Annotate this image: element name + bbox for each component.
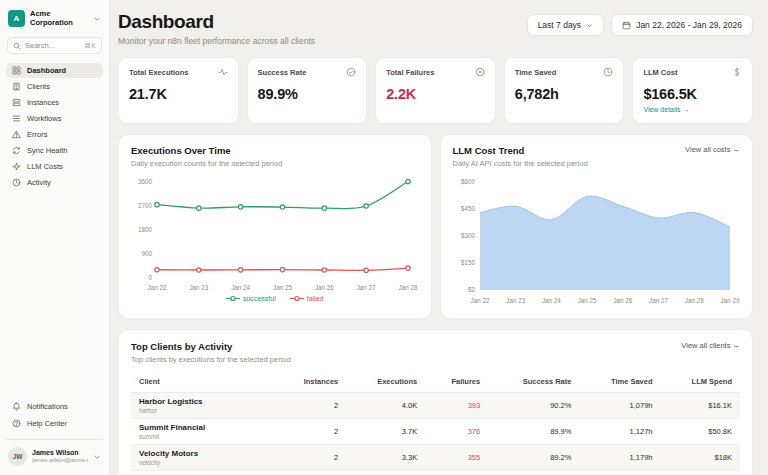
table-title: Top Clients by Activity [131, 341, 291, 352]
kpi-label: Total Executions [129, 68, 188, 77]
client-slug: velocity [139, 459, 267, 466]
failures-cell: 393 [425, 393, 488, 419]
spend-cell: $16.1K [661, 393, 741, 419]
view-all-costs-link[interactable]: View all costs → [685, 145, 740, 154]
user-menu[interactable]: JW James Wilson james.wilson@acme.test [6, 446, 103, 467]
kpi-value: 2.2K [386, 86, 485, 102]
svg-text:Jan 25: Jan 25 [273, 284, 292, 291]
time-cell: 802h [579, 471, 660, 475]
client-cell: Summit Financialsummit [131, 419, 275, 445]
legend-marker-icon [290, 295, 304, 302]
svg-text:1800: 1800 [138, 226, 153, 233]
column-header: Client [131, 371, 275, 393]
sidebar-item-notifications[interactable]: Notifications [6, 399, 103, 414]
nav-label: Dashboard [27, 66, 66, 75]
nav-label: Notifications [27, 402, 68, 411]
time-cell: 1,127h [579, 419, 660, 445]
user-meta: James Wilson james.wilson@acme.test [32, 449, 88, 464]
svg-text:$150: $150 [460, 259, 475, 266]
svg-text:$0: $0 [467, 286, 475, 293]
executions-cell: 3.7K [346, 419, 425, 445]
client-name: Summit Financial [139, 423, 267, 432]
table-header-row: ClientInstancesExecutionsFailuresSuccess… [131, 371, 740, 393]
sidebar-spacer [6, 191, 103, 398]
page-header: Dashboard Monitor your n8n fleet perform… [118, 10, 753, 46]
svg-text:Jan 28: Jan 28 [684, 297, 703, 304]
kpi-value: 6,782h [515, 86, 614, 102]
nav-label: Help Center [27, 419, 67, 428]
workflows-list-icon [12, 114, 21, 123]
svg-text:0: 0 [148, 274, 152, 281]
spend-cell: $8,880 [661, 471, 741, 475]
check-circle-icon [346, 67, 356, 77]
date-range-label: Jan 22, 2026 - Jan 29, 2026 [636, 20, 742, 30]
activity-pulse-icon [218, 67, 228, 77]
app-root: A Acme Corporation Search... ⌘K Dashboar… [0, 0, 768, 475]
spend-cell: $50.8K [661, 419, 741, 445]
instances-cell: 2 [275, 393, 346, 419]
org-switcher[interactable]: A Acme Corporation [6, 6, 103, 32]
executions-cell: 3.3K [346, 445, 425, 471]
failures-cell: 283 [425, 471, 488, 475]
time-cell: 1,179h [579, 445, 660, 471]
nav-label: Instances [27, 98, 59, 107]
sync-refresh-icon [12, 146, 21, 155]
sidebar-item-sync-health[interactable]: Sync Health [6, 143, 103, 158]
clients-building-icon [12, 82, 21, 91]
kpi-success-rate: Success Rate 89.9% [247, 57, 368, 124]
view-all-clients-link[interactable]: View all clients → [681, 341, 740, 350]
user-email: james.wilson@acme.test [32, 457, 88, 464]
kpi-row: Total Executions 21.7K Success Rate 89.9… [118, 57, 753, 124]
sidebar-item-clients[interactable]: Clients [6, 79, 103, 94]
chevron-down-icon [93, 453, 101, 461]
range-select-label: Last 7 days [538, 20, 581, 30]
help-circle-icon [12, 419, 21, 428]
sidebar-item-errors[interactable]: Errors [6, 127, 103, 142]
success-cell: 90.4% [488, 471, 579, 475]
chart-subtitle: Daily AI API costs for the selected peri… [453, 159, 588, 168]
sidebar-item-dashboard[interactable]: Dashboard [6, 63, 103, 78]
kpi-label: LLM Cost [643, 68, 677, 77]
failures-cell: 376 [425, 419, 488, 445]
column-header: Time Saved [579, 371, 660, 393]
executions-chart-card: Executions Over Time Daily execution cou… [118, 134, 432, 319]
spend-cell: $18K [661, 445, 741, 471]
sidebar-item-activity[interactable]: Activity [6, 175, 103, 190]
clients-table: ClientInstancesExecutionsFailuresSuccess… [131, 371, 740, 475]
svg-text:Jan 27: Jan 27 [357, 284, 376, 291]
instances-cell: 2 [275, 445, 346, 471]
main-content: Dashboard Monitor your n8n fleet perform… [110, 0, 768, 475]
header-actions: Last 7 days Jan 22, 2026 - Jan 29, 2026 [527, 10, 753, 36]
svg-text:$300: $300 [460, 232, 475, 239]
sidebar-item-llm-costs[interactable]: LLM Costs [6, 159, 103, 174]
sidebar-item-workflows[interactable]: Workflows [6, 111, 103, 126]
svg-text:Jan 27: Jan 27 [649, 297, 668, 304]
client-slug: harbor [139, 407, 267, 414]
svg-text:$600: $600 [460, 178, 475, 185]
chart-legend: successfulfailed [131, 295, 419, 302]
kpi-llm-cost: LLM Cost $166.5K View details → [632, 57, 753, 124]
chart-subtitle: Daily execution counts for the selected … [131, 159, 282, 168]
search-icon [13, 42, 21, 50]
sidebar-item-help-center[interactable]: Help Center [6, 416, 103, 431]
client-cell: Velocity Motorsvelocity [131, 445, 275, 471]
clock-icon [12, 178, 21, 187]
view-details-link[interactable]: View details → [643, 106, 742, 113]
table-row[interactable]: Bright Ideas Marketingbrightideas23.0K28… [131, 471, 740, 475]
chevron-down-icon [93, 15, 101, 23]
sidebar-item-instances[interactable]: Instances [6, 95, 103, 110]
svg-text:$450: $450 [460, 205, 475, 212]
kpi-total-failures: Total Failures 2.2K [375, 57, 496, 124]
kpi-value: 21.7K [129, 86, 228, 102]
chart-title: LLM Cost Trend [453, 145, 588, 156]
svg-text:Jan 29: Jan 29 [720, 297, 739, 304]
table-row[interactable]: Velocity Motorsvelocity23.3K35589.2%1,17… [131, 445, 740, 471]
date-range-button[interactable]: Jan 22, 2026 - Jan 29, 2026 [611, 14, 753, 36]
table-row[interactable]: Harbor Logisticsharbor24.0K39390.2%1,079… [131, 393, 740, 419]
table-row[interactable]: Summit Financialsummit23.7K37689.9%1,127… [131, 419, 740, 445]
range-select[interactable]: Last 7 days [527, 14, 604, 36]
success-cell: 89.2% [488, 445, 579, 471]
column-header: LLM Spend [661, 371, 741, 393]
client-slug: summit [139, 433, 267, 440]
search-input[interactable]: Search... ⌘K [7, 37, 102, 54]
